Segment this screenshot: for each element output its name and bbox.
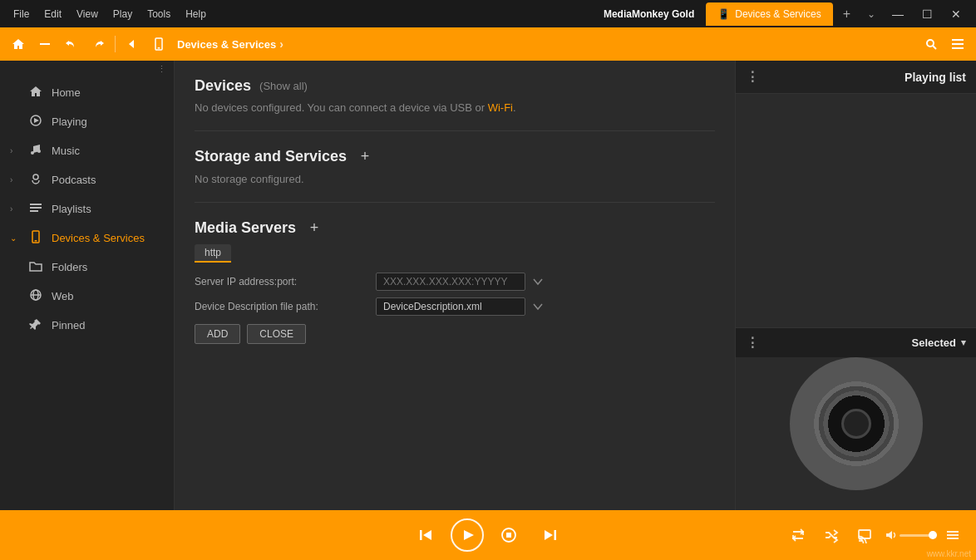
selected-dropdown-button[interactable]: ▾: [961, 337, 966, 348]
media-servers-title: Media Servers: [195, 219, 296, 237]
playing-list-content: [736, 94, 976, 327]
storage-title: Storage and Services: [195, 148, 347, 165]
close-button[interactable]: ✕: [943, 4, 969, 24]
sidebar-item-label-pinned: Pinned: [52, 319, 164, 332]
devices-show-all[interactable]: (Show all): [259, 80, 308, 92]
toolbar: Devices & Services ›: [0, 27, 976, 61]
selected-header: ⋮ Selected ▾: [736, 328, 976, 357]
breadcrumb: Devices & Services ›: [177, 37, 283, 51]
toolbar-home-button[interactable]: [7, 32, 30, 56]
player-controls: [409, 518, 567, 552]
sidebar-item-playing[interactable]: Playing: [0, 107, 174, 136]
toolbar-undo-button[interactable]: [60, 32, 83, 56]
volume-control[interactable]: [885, 528, 933, 542]
svg-rect-12: [30, 204, 42, 205]
menu-icon-bottom[interactable]: [939, 522, 966, 548]
breadcrumb-chevron: ›: [279, 37, 283, 51]
sidebar-dots[interactable]: ⋮: [157, 64, 167, 75]
toolbar-new-button[interactable]: [33, 32, 57, 56]
breadcrumb-text: Devices & Services: [177, 38, 276, 51]
playing-icon: [28, 114, 43, 130]
svg-rect-16: [35, 240, 37, 242]
playing-list-header: ⋮ Playing list: [736, 61, 976, 94]
sidebar-item-pinned[interactable]: Pinned: [0, 311, 174, 340]
menu-tools[interactable]: Tools: [140, 5, 177, 23]
tabs-dropdown[interactable]: ⌄: [860, 5, 882, 23]
menu-file[interactable]: File: [7, 5, 36, 23]
sidebar: ⋮ Home Playing › Music ›: [0, 61, 175, 510]
device-desc-label: Device Description file path:: [195, 301, 369, 312]
maximize-button[interactable]: ☐: [914, 4, 941, 24]
toolbar-layout-button[interactable]: [946, 32, 969, 56]
playing-list-panel: ⋮ Playing list: [736, 61, 976, 327]
wifi-link[interactable]: Wi-Fi: [488, 101, 513, 114]
sidebar-item-devices[interactable]: ⌄ Devices & Services: [0, 224, 174, 253]
devices-description: No devices configured. You can connect a…: [195, 101, 715, 114]
cast-button[interactable]: [851, 522, 878, 548]
tab-devices-services[interactable]: 📱 Devices & Services: [706, 2, 832, 26]
bottom-right-controls: [785, 522, 966, 548]
toolbar-back-button[interactable]: [121, 32, 144, 56]
music-icon: [28, 143, 43, 159]
right-panel: ⋮ Playing list ⋮ Selected ▾: [735, 61, 976, 510]
menu-edit[interactable]: Edit: [37, 5, 68, 23]
podcasts-icon: [28, 172, 43, 188]
sidebar-item-folders[interactable]: Folders: [0, 253, 174, 282]
toolbar-redo-button[interactable]: [86, 32, 110, 56]
sidebar-item-label-podcasts: Podcasts: [52, 174, 164, 186]
section-separator-2: [195, 202, 715, 203]
repeat-button[interactable]: [785, 522, 811, 548]
sidebar-item-label-folders: Folders: [52, 261, 164, 273]
window-controls: ⌄ — ☐ ✕: [860, 4, 969, 24]
menu-bar: File Edit View Play Tools Help: [7, 5, 600, 23]
menu-view[interactable]: View: [70, 5, 105, 23]
device-desc-dropdown-icon: [532, 301, 544, 312]
toolbar-device-icon: [147, 32, 170, 56]
sidebar-item-web[interactable]: Web: [0, 282, 174, 311]
svg-line-4: [933, 46, 936, 49]
http-tab[interactable]: http: [195, 244, 231, 263]
form-actions: ADD CLOSE: [195, 324, 715, 344]
sidebar-item-music[interactable]: › Music: [0, 136, 174, 165]
sidebar-item-home[interactable]: Home: [0, 78, 174, 107]
sidebar-item-playlists[interactable]: › Playlists: [0, 194, 174, 224]
shuffle-button[interactable]: [818, 522, 845, 548]
sidebar-item-label-web: Web: [52, 290, 164, 302]
svg-rect-0: [40, 43, 50, 45]
next-button[interactable]: [534, 518, 567, 552]
pinned-icon: [28, 317, 43, 333]
device-desc-input[interactable]: [376, 297, 525, 316]
play-button[interactable]: [451, 518, 484, 552]
watermark: www.kkr.net: [922, 548, 976, 560]
svg-rect-13: [30, 207, 42, 209]
menu-play[interactable]: Play: [106, 5, 139, 23]
server-ip-label: Server IP address:port:: [195, 276, 369, 287]
stop-button[interactable]: [492, 518, 525, 552]
add-tab-button[interactable]: +: [836, 2, 857, 26]
sidebar-item-podcasts[interactable]: › Podcasts: [0, 165, 174, 194]
sidebar-item-label-devices: Devices & Services: [52, 232, 164, 244]
media-servers-add-button[interactable]: +: [304, 218, 324, 238]
menu-help[interactable]: Help: [179, 5, 213, 23]
selected-dots[interactable]: ⋮: [746, 335, 760, 351]
svg-point-11: [33, 174, 38, 179]
sidebar-item-label-music: Music: [52, 145, 164, 157]
storage-add-button[interactable]: +: [355, 146, 375, 166]
sidebar-expand-playlists: ›: [10, 204, 20, 214]
sidebar-expand-music: ›: [10, 146, 20, 155]
playing-list-dots[interactable]: ⋮: [746, 69, 760, 85]
add-button[interactable]: ADD: [195, 324, 240, 344]
server-ip-input[interactable]: [376, 273, 525, 291]
close-button-form[interactable]: CLOSE: [247, 324, 306, 344]
toolbar-search-button[interactable]: [919, 32, 943, 56]
bottom-bar: www.kkr.net: [0, 510, 976, 560]
svg-rect-25: [947, 531, 959, 533]
svg-rect-20: [420, 530, 422, 540]
minimize-button[interactable]: —: [884, 4, 912, 24]
selected-panel: ⋮ Selected ▾: [736, 327, 976, 510]
prev-button[interactable]: [409, 518, 442, 552]
svg-rect-5: [952, 39, 964, 41]
main-layout: ⋮ Home Playing › Music ›: [0, 61, 976, 510]
svg-rect-14: [30, 210, 38, 212]
volume-icon: [885, 528, 898, 542]
